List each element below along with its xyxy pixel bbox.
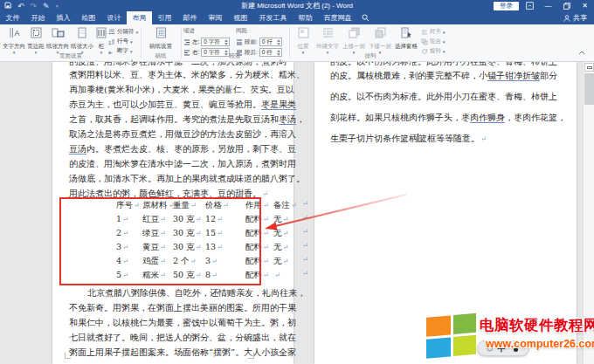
tab-视图[interactable]: 视图	[228, 11, 253, 24]
word-window: { "titlebar": { "title": "新建 Microsoft W…	[0, 0, 594, 364]
minimize-button[interactable]: —	[541, 0, 556, 11]
spacing-header: 间距	[236, 27, 287, 35]
table-cell[interactable]: 无↵	[273, 242, 301, 253]
tab-绘图[interactable]: 绘图	[76, 11, 101, 24]
bring-forward-button[interactable]: 上移一层▾	[341, 26, 367, 53]
text-run: 取汤之法是将赤豆煮烂，用做豆沙的方法去皮留沙，再溶入	[69, 129, 296, 139]
indent-left-row: 左: 0 字符	[183, 37, 234, 47]
line-numbers-button[interactable]: 1行号▾	[108, 37, 138, 46]
tab-审阅[interactable]: 审阅	[203, 11, 228, 24]
position-icon	[298, 27, 309, 38]
text-line: 不免新奇。用粥果，在粥面上摆出美丽的图案。所用的干果	[69, 302, 296, 313]
selection-pane-button[interactable]: 选择窗格	[393, 26, 419, 53]
tab-开发工具[interactable]: 开发工具	[253, 11, 293, 24]
spinner[interactable]	[276, 38, 281, 45]
text-run: 赤豆为主，也可以少加芸豆、黄豆、豌豆等抢用。	[69, 100, 261, 109]
text-line: 七日就煮好了。晚间，把送人的粥分、盆，分碗盛出，就在	[69, 332, 296, 343]
row-end-mark: ↵	[302, 228, 315, 239]
spacing-before-input[interactable]: 0 行	[259, 38, 282, 46]
tab-文件[interactable]: 文件	[0, 11, 25, 24]
text-line: 的皮。属核桃最难，剥的要完整不碎，小镊子钳净折皱部分	[330, 70, 557, 81]
text-line: 汤做底，加清水下米。再加上的果肉就煮成味道的腊八粥了。	[69, 173, 305, 184]
cell-end-mark: ↵	[263, 244, 269, 251]
group-objects-icon	[421, 38, 428, 45]
wrap-text-button[interactable]: 环绕文字▾	[314, 26, 341, 53]
cell-end-mark: ↵	[274, 271, 280, 279]
table-cell[interactable]: 无↵	[273, 228, 301, 239]
text-run: 部分	[540, 71, 557, 80]
wrap-text-icon	[322, 27, 334, 38]
breaks-icon	[108, 29, 115, 36]
tab-设计[interactable]: 设计	[101, 11, 127, 24]
close-button[interactable]: ✕	[577, 0, 592, 11]
tab-帮助[interactable]: 帮助	[293, 11, 318, 24]
tell-me-search-icon[interactable]	[357, 11, 374, 24]
text-line: 粥面上用果子摆起图案来。场面俗称“摆粥”。大人小孩全家	[69, 347, 296, 358]
text-run: 的皮。属核桃最难，剥的要完整不碎，小	[330, 71, 487, 80]
margins-button[interactable]: 页边距▾	[26, 26, 45, 53]
tab-开始[interactable]: 开始	[25, 11, 51, 24]
paragraph-mark: ↵	[262, 190, 268, 198]
text-direction-button[interactable]: A 文字方向▾	[2, 26, 26, 53]
underlined-text: 镊子钳净折皱	[487, 71, 540, 80]
line-numbers-icon: 1	[108, 38, 115, 45]
tab-百度网盘[interactable]: 百度网盘	[318, 11, 357, 24]
page-setup-dialog-launcher[interactable]	[131, 53, 138, 60]
send-backward-button[interactable]: 下移一层▾	[367, 26, 393, 53]
text-direction-icon: A	[9, 27, 20, 38]
table-cell[interactable]: ↵	[273, 270, 301, 281]
paragraph-dialog-launcher[interactable]	[280, 53, 287, 60]
spinner[interactable]	[224, 38, 229, 45]
cell-end-mark: ↵	[263, 202, 269, 209]
group-page-setup: A 文字方向▾ 页边距▾ 纸张方向▾ 纸张大小▾ 栏▾ 分隔符▾ 1行号▾ a-…	[2, 24, 140, 61]
align-button[interactable]: 对齐▾	[421, 27, 446, 37]
watermark-site-name: 电脑软硬件教程网	[480, 316, 594, 335]
grid-paper-settings-button[interactable]: 稿纸设置	[148, 26, 174, 53]
collapse-ribbon-button[interactable]	[578, 43, 585, 58]
indent-left-input[interactable]: 0 字符	[201, 38, 230, 46]
text-line: 之首，取其香，起调味作用。考究的煮法是先取豆汤和枣汤，	[69, 113, 305, 125]
scrollbar-thumb[interactable]	[584, 73, 594, 105]
paper-size-icon	[77, 27, 87, 38]
table-cell[interactable]: 无↵	[273, 256, 301, 267]
title-bar: ↶ ↷ ✎ ▾ 新建 Microsoft Word 文档 (2) - Word …	[0, 0, 594, 11]
cell-end-mark: ↵	[283, 258, 289, 265]
text-run: 北京煮腊八粥除供佛、自吃外，还情赠亲友，礼尚往来，	[87, 288, 306, 298]
table-cell[interactable]: 无↵	[273, 214, 301, 225]
tab-邮件[interactable]: 邮件	[177, 11, 203, 24]
breaks-button[interactable]: 分隔符▾	[108, 27, 138, 37]
underlined-text: 枣是果类	[261, 100, 296, 109]
group-objects-button[interactable]: 组合▾	[421, 37, 446, 46]
margins-icon	[31, 27, 42, 38]
svg-text:1: 1	[108, 40, 112, 45]
row-end-mark: ↵	[302, 242, 315, 253]
text-run: 汤做底，加清水下米。再加上的果肉就煮成味道的腊八粥了。	[69, 174, 305, 183]
tab-插入[interactable]: 插入	[51, 11, 76, 24]
underlined-text: 枣汤	[279, 114, 296, 124]
group-grid-paper: 稿纸设置 稿纸	[142, 24, 180, 61]
text-run: 内。枣煮烂去皮、核、枣的原形，另放用，剩下枣、豆	[86, 144, 296, 154]
text-run: 之首，取其香，起调味作用。考究的煮法是先取豆汤和	[69, 114, 279, 124]
text-line: 豆汤内。枣煮烂去皮、核、枣的原形，另放用，剩下枣、豆	[69, 143, 296, 155]
ribbon-display-options-button[interactable]	[522, 0, 537, 11]
sign-in-button[interactable]: 登录	[494, 2, 519, 10]
table-cell[interactable]: 备注↵	[273, 200, 301, 211]
text-line: 再加黍梗(黄米和小米)，大麦米，果类的薏仁、芡实。豆以	[69, 84, 294, 95]
row-end-mark: ↵	[302, 270, 315, 281]
columns-button[interactable]: 栏▾	[94, 26, 108, 53]
tab-布局[interactable]: 布局	[127, 11, 152, 24]
group-label-arrange: 排列	[292, 52, 449, 60]
cell-end-mark: ↵	[283, 216, 289, 223]
ruler-toggle-button[interactable]	[584, 63, 594, 72]
restore-button[interactable]	[559, 0, 574, 11]
position-button[interactable]: 位置▾	[292, 26, 314, 53]
text-line: 和果仁中，以核桃仁为最要，蜜饯中以葡萄干为主。粥，初	[69, 317, 296, 328]
share-button[interactable]: 共享	[563, 11, 587, 24]
text-boundary-mark	[65, 353, 71, 359]
annotation-red-box	[59, 197, 261, 285]
tab-引用[interactable]: 引用	[152, 11, 177, 24]
text-run: 七日就煮好了。晚间，把送人的粥分、盆，分碗盛出，就在	[69, 333, 296, 342]
orientation-button[interactable]: 纸张方向▾	[45, 26, 70, 53]
text-line: 北京煮腊八粥除供佛、自吃外，还情赠亲友，礼尚往来，	[69, 287, 306, 299]
paper-size-button[interactable]: 纸张大小▾	[70, 26, 94, 53]
